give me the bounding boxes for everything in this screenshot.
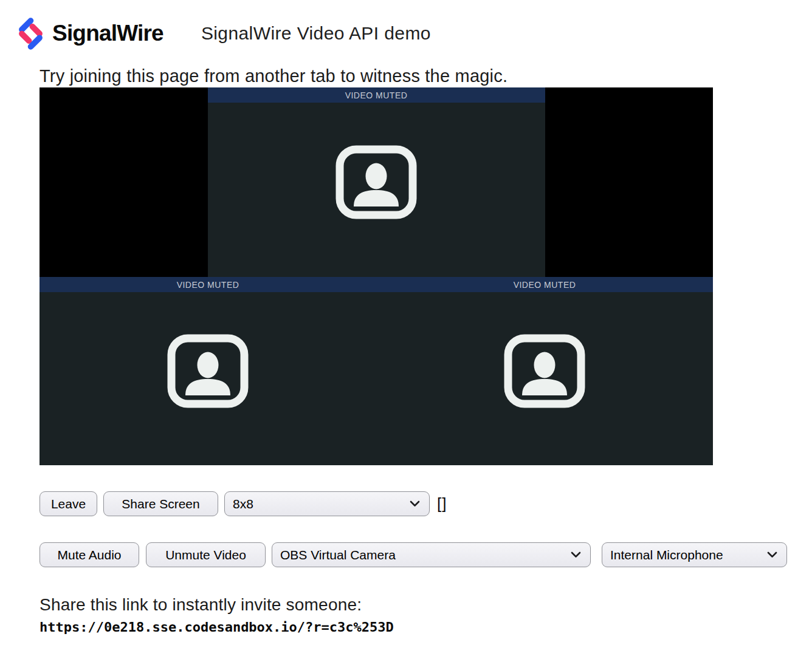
chevron-down-icon	[767, 551, 777, 558]
muted-avatar-icon	[167, 334, 249, 408]
video-tile-bottom-right: VIDEO MUTED	[376, 277, 713, 465]
page-title: SignalWire Video API demo	[201, 23, 431, 44]
chevron-down-icon	[571, 551, 581, 558]
microphone-select[interactable]: Internal Microphone	[602, 542, 787, 567]
muted-avatar-icon	[504, 334, 585, 408]
brand-name: SignalWire	[52, 21, 163, 46]
leave-button[interactable]: Leave	[40, 491, 97, 516]
video-row-top: VIDEO MUTED	[40, 87, 713, 277]
share-link-url: https://0e218.sse.codesandbox.io/?r=c3c%…	[40, 619, 812, 635]
video-tile-top: VIDEO MUTED	[208, 87, 545, 277]
video-muted-banner: VIDEO MUTED	[208, 87, 545, 103]
video-muted-banner: VIDEO MUTED	[376, 277, 713, 292]
camera-select[interactable]: OBS Virtual Camera	[272, 542, 591, 567]
chevron-down-icon	[410, 500, 420, 507]
brand: SignalWire	[17, 16, 163, 52]
app-header: SignalWire SignalWire Video API demo	[0, 0, 812, 52]
controls-row-2: Mute Audio Unmute Video OBS Virtual Came…	[40, 542, 812, 567]
video-tile-bottom-left: VIDEO MUTED	[40, 277, 376, 465]
video-row-bottom: VIDEO MUTED VIDEO MUTED	[40, 277, 713, 465]
members-debug-text: []	[437, 494, 447, 513]
video-muted-banner: VIDEO MUTED	[40, 277, 376, 292]
unmute-video-button[interactable]: Unmute Video	[146, 542, 266, 567]
layout-select-value: 8x8	[233, 497, 253, 511]
mute-audio-button[interactable]: Mute Audio	[40, 542, 139, 567]
signalwire-logo-icon	[17, 16, 44, 52]
microphone-select-value: Internal Microphone	[610, 548, 723, 562]
muted-avatar-icon	[335, 145, 417, 219]
share-screen-button[interactable]: Share Screen	[103, 491, 218, 516]
controls-row-1: Leave Share Screen 8x8 []	[40, 491, 812, 516]
share-link-heading: Share this link to instantly invite some…	[40, 595, 812, 615]
tagline: Try joining this page from another tab t…	[40, 65, 812, 87]
camera-select-value: OBS Virtual Camera	[280, 548, 396, 562]
layout-select[interactable]: 8x8	[224, 491, 430, 516]
video-grid: VIDEO MUTED VIDEO MUTED VIDEO MUTED	[40, 87, 713, 465]
